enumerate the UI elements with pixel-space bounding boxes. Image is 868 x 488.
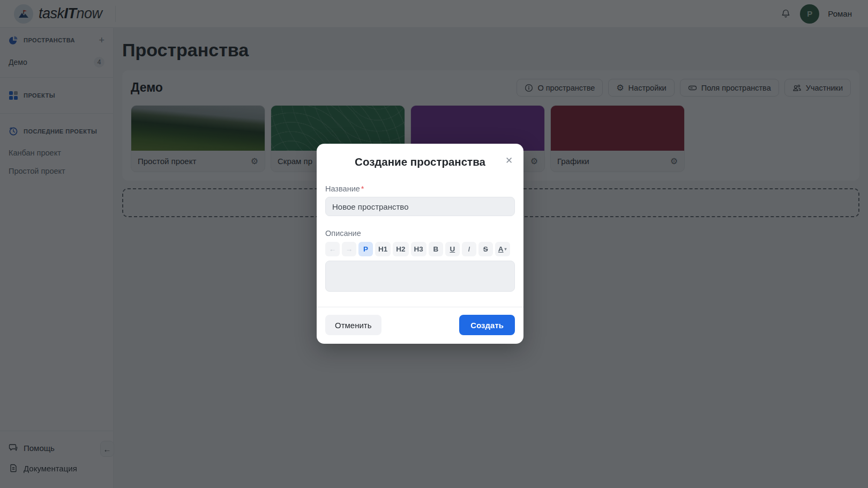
heading1-button[interactable]: H1: [375, 242, 391, 256]
heading3-button[interactable]: H3: [411, 242, 426, 256]
name-field-label: Название*: [325, 184, 515, 193]
chevron-down-icon: ▾: [505, 247, 507, 252]
description-textarea[interactable]: [325, 261, 515, 292]
undo-icon[interactable]: ←: [325, 242, 340, 256]
strikethrough-button[interactable]: S: [478, 242, 493, 256]
cancel-button[interactable]: Отменить: [325, 315, 381, 335]
text-color-letter: A: [498, 245, 504, 253]
create-button[interactable]: Создать: [459, 315, 515, 335]
rich-text-toolbar: ← → P H1 H2 H3 B U I S A ▾: [325, 242, 515, 256]
paragraph-button[interactable]: P: [358, 242, 373, 256]
italic-button[interactable]: I: [462, 242, 476, 256]
description-field-label: Описание: [325, 229, 515, 238]
underline-button[interactable]: U: [445, 242, 460, 256]
close-icon[interactable]: ✕: [503, 154, 515, 166]
bold-button[interactable]: B: [429, 242, 443, 256]
modal-title: Создание пространства: [325, 156, 515, 168]
heading2-button[interactable]: H2: [393, 242, 408, 256]
text-color-button[interactable]: A ▾: [495, 242, 510, 256]
space-name-input[interactable]: [325, 197, 515, 216]
redo-icon[interactable]: →: [342, 242, 356, 256]
create-space-modal: Создание пространства ✕ Название* Описан…: [317, 144, 523, 344]
required-asterisk: *: [361, 184, 364, 193]
